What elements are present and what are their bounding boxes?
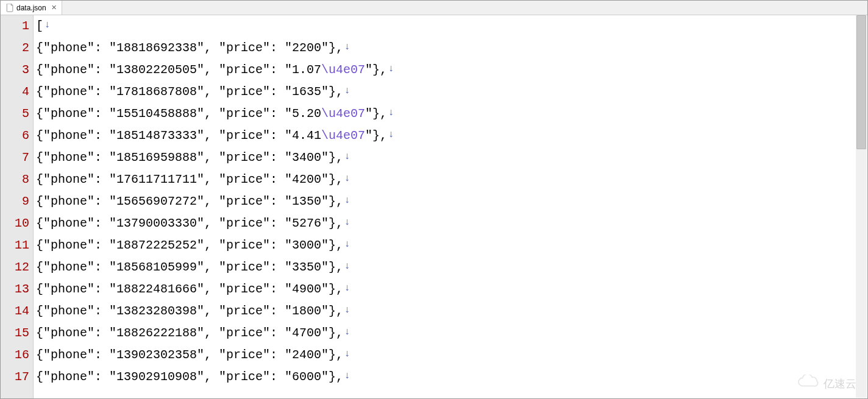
eol-marker-icon: ↓ (388, 102, 394, 124)
eol-marker-icon: ↓ (344, 36, 350, 58)
code-line[interactable]: [↓ (36, 15, 867, 37)
eol-marker-icon: ↓ (344, 189, 350, 211)
eol-marker-icon: ↓ (344, 277, 350, 299)
code-text: {"phone": "15656907272", "price": "1350"… (36, 191, 343, 213)
code-text: {"phone": "18514873333", "price": "4.41 (36, 125, 321, 147)
tab-bar: data.json ✕ (1, 1, 867, 15)
scroll-thumb[interactable] (856, 15, 866, 149)
code-text: {"phone": "15510458888", "price": "5.20 (36, 103, 321, 125)
code-text: {"phone": "13902302358", "price": "2400"… (36, 344, 343, 366)
code-line[interactable]: {"phone": "18568105999", "price": "3350"… (36, 256, 867, 278)
eol-marker-icon: ↓ (388, 58, 394, 80)
escape-sequence: \u4e07 (321, 125, 365, 147)
line-number: 9 (1, 191, 29, 213)
eol-marker-icon: ↓ (344, 168, 350, 189)
line-number: 10 (1, 213, 29, 235)
code-text: "}, (365, 59, 387, 81)
line-number: 6 (1, 125, 29, 147)
code-line[interactable]: {"phone": "18818692338", "price": "2200"… (36, 37, 867, 59)
code-text: {"phone": "13902910908", "price": "6000"… (36, 366, 343, 388)
code-text: {"phone": "17818687808", "price": "1635"… (36, 81, 343, 103)
line-number: 14 (1, 300, 29, 322)
code-text: {"phone": "18516959888", "price": "3400"… (36, 147, 343, 169)
code-text: {"phone": "18568105999", "price": "3350"… (36, 256, 343, 278)
file-icon (5, 4, 14, 12)
line-number: 7 (1, 147, 29, 169)
eol-marker-icon: ↓ (344, 299, 350, 321)
code-line[interactable]: {"phone": "17818687808", "price": "1635"… (36, 81, 867, 103)
code-line[interactable]: {"phone": "18514873333", "price": "4.41\… (36, 125, 867, 147)
code-text: "}, (365, 125, 387, 147)
editor-area: 1234567891011121314151617 [↓{"phone": "1… (1, 15, 867, 398)
eol-marker-icon: ↓ (344, 255, 350, 277)
code-text: {"phone": "13823280398", "price": "1800"… (36, 300, 343, 322)
line-number: 2 (1, 37, 29, 59)
eol-marker-icon: ↓ (344, 146, 350, 168)
eol-marker-icon: ↓ (344, 211, 350, 233)
code-text: [ (36, 15, 43, 37)
line-number: 13 (1, 278, 29, 300)
tab-data-json[interactable]: data.json ✕ (1, 1, 62, 15)
code-text: {"phone": "17611711711", "price": "4200"… (36, 169, 343, 191)
code-line[interactable]: {"phone": "18872225252", "price": "3000"… (36, 235, 867, 256)
line-number: 4 (1, 81, 29, 103)
tab-label: data.json (16, 4, 46, 12)
vertical-scrollbar[interactable] (856, 15, 867, 398)
code-line[interactable]: {"phone": "13802220505", "price": "1.07\… (36, 59, 867, 81)
code-text: {"phone": "18818692338", "price": "2200"… (36, 37, 343, 59)
code-text: {"phone": "13802220505", "price": "1.07 (36, 59, 321, 81)
close-icon[interactable]: ✕ (51, 4, 57, 12)
line-number: 5 (1, 103, 29, 125)
code-line[interactable]: {"phone": "18516959888", "price": "3400"… (36, 147, 867, 169)
eol-marker-icon: ↓ (44, 15, 51, 36)
line-number: 11 (1, 235, 29, 256)
eol-marker-icon: ↓ (344, 80, 350, 102)
code-text: {"phone": "18822481666", "price": "4900"… (36, 278, 343, 300)
eol-marker-icon: ↓ (344, 365, 350, 387)
code-line[interactable]: {"phone": "13790003330", "price": "5276"… (36, 213, 867, 235)
code-line[interactable]: {"phone": "15510458888", "price": "5.20\… (36, 103, 867, 125)
line-number: 1 (1, 15, 29, 37)
code-line[interactable]: {"phone": "13823280398", "price": "1800"… (36, 300, 867, 322)
eol-marker-icon: ↓ (344, 233, 350, 255)
eol-marker-icon: ↓ (388, 124, 394, 146)
line-number: 8 (1, 169, 29, 191)
line-number: 12 (1, 256, 29, 278)
code-line[interactable]: {"phone": "15656907272", "price": "1350"… (36, 191, 867, 213)
code-text: {"phone": "18872225252", "price": "3000"… (36, 235, 343, 256)
code-content[interactable]: [↓{"phone": "18818692338", "price": "220… (34, 15, 867, 398)
code-text: {"phone": "13790003330", "price": "5276"… (36, 213, 343, 235)
line-number: 15 (1, 322, 29, 344)
eol-marker-icon: ↓ (344, 321, 350, 343)
escape-sequence: \u4e07 (321, 103, 365, 125)
line-number: 16 (1, 344, 29, 366)
code-line[interactable]: {"phone": "13902910908", "price": "6000"… (36, 366, 867, 388)
line-number: 17 (1, 366, 29, 388)
code-line[interactable]: {"phone": "13902302358", "price": "2400"… (36, 344, 867, 366)
line-number-gutter: 1234567891011121314151617 (1, 15, 34, 398)
code-line[interactable]: {"phone": "18826222188", "price": "4700"… (36, 322, 867, 344)
code-line[interactable]: {"phone": "17611711711", "price": "4200"… (36, 169, 867, 191)
code-text: {"phone": "18826222188", "price": "4700"… (36, 322, 343, 344)
escape-sequence: \u4e07 (321, 59, 365, 81)
line-number: 3 (1, 59, 29, 81)
eol-marker-icon: ↓ (344, 343, 350, 365)
code-text: "}, (365, 103, 387, 125)
code-line[interactable]: {"phone": "18822481666", "price": "4900"… (36, 278, 867, 300)
